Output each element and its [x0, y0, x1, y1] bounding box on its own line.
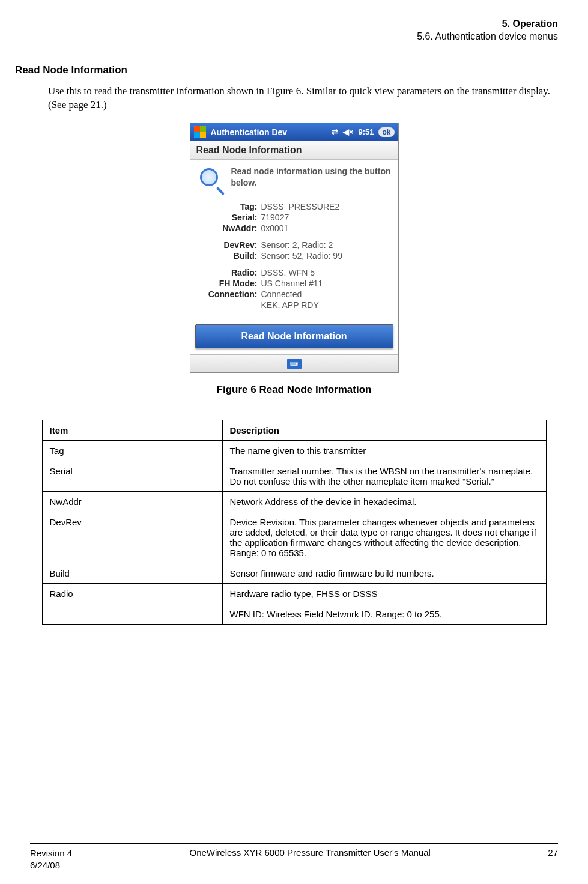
table-row: DevRevDevice Revision. This parameter ch… [42, 512, 546, 563]
table-header-row: Item Description [42, 420, 546, 441]
intro-paragraph: Use this to read the transmitter informa… [48, 85, 558, 112]
table-row: BuildSensor firmware and radio firmware … [42, 563, 546, 584]
label-nwaddr: NwAddr: [198, 223, 258, 233]
label-radio: Radio: [198, 268, 258, 277]
value-devrev: Sensor: 2, Radio: 2 [261, 240, 391, 250]
col-header-desc: Description [222, 420, 546, 441]
value-nwaddr: 0x0001 [261, 223, 391, 233]
sip-bar: ⌨ [190, 354, 398, 372]
figure-caption: Figure 6 Read Node Information [30, 384, 558, 396]
start-menu-icon[interactable] [194, 126, 206, 138]
value-serial: 719027 [261, 213, 391, 222]
value-radio: DSSS, WFN 5 [261, 268, 391, 277]
volume-icon[interactable]: ◀× [343, 127, 354, 136]
section-heading: Read Node Information [15, 64, 558, 76]
table-row: TagThe name given to this transmitter [42, 441, 546, 461]
header-rule [30, 46, 558, 46]
chapter-title: 5. Operation [30, 18, 558, 31]
label-connection: Connection: [198, 289, 258, 299]
window-titlebar: Authentication Dev ⇄ ◀× 9:51 ok [190, 123, 398, 141]
panel-body: Read node information using the button b… [190, 160, 398, 321]
description-table: Item Description TagThe name given to th… [42, 420, 547, 625]
hint-text: Read node information using the button b… [231, 166, 391, 187]
table-row: SerialTransmitter serial number. This is… [42, 461, 546, 492]
footer-page-number: 27 [548, 847, 558, 858]
panel-title: Read Node Information [190, 141, 398, 160]
connectivity-icon[interactable]: ⇄ [332, 127, 338, 136]
footer-manual-title: OneWireless XYR 6000 Pressure Transmitte… [72, 847, 548, 858]
value-connection-extra: KEK, APP RDY [261, 300, 391, 310]
magnifier-icon [198, 168, 224, 195]
value-build: Sensor: 52, Radio: 99 [261, 251, 391, 261]
label-fhmode: FH Mode: [198, 279, 258, 288]
footer-date: 6/24/08 [30, 859, 72, 871]
value-fhmode: US Channel #11 [261, 279, 391, 288]
value-tag: DSSS_PRESSURE2 [261, 202, 391, 211]
label-devrev: DevRev: [198, 240, 258, 250]
node-info-grid: Tag: DSSS_PRESSURE2 Serial: 719027 NwAdd… [198, 202, 391, 310]
table-row: NwAddrNetwork Address of the device in h… [42, 492, 546, 512]
label-serial: Serial: [198, 213, 258, 222]
section-title: 5.6. Authentication device menus [30, 31, 558, 43]
page-header: 5. Operation 5.6. Authentication device … [30, 18, 558, 43]
label-tag: Tag: [198, 202, 258, 211]
page-footer: Revision 4 6/24/08 OneWireless XYR 6000 … [30, 843, 558, 871]
table-row: RadioHardware radio type, FHSS or DSSS W… [42, 584, 546, 625]
read-node-info-button[interactable]: Read Node Information [195, 324, 393, 348]
device-screenshot: Authentication Dev ⇄ ◀× 9:51 ok Read Nod… [190, 123, 399, 373]
app-title: Authentication Dev [211, 127, 332, 137]
label-build: Build: [198, 251, 258, 261]
clock-text[interactable]: 9:51 [358, 127, 374, 136]
footer-revision: Revision 4 [30, 847, 72, 859]
keyboard-icon[interactable]: ⌨ [287, 359, 302, 369]
col-header-item: Item [42, 420, 222, 441]
value-connection: Connected [261, 289, 391, 299]
ok-button[interactable]: ok [378, 127, 394, 137]
